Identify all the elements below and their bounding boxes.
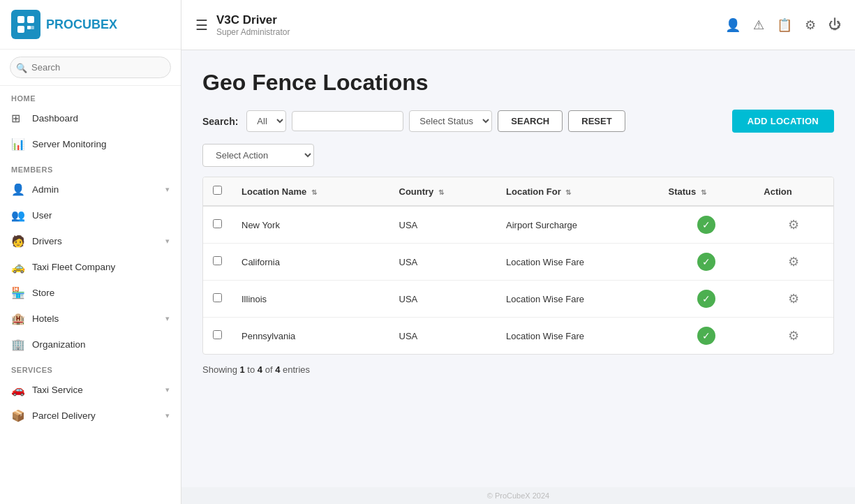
add-location-button[interactable]: ADD LOCATION: [732, 110, 834, 133]
content-area: Geo Fence Locations Search: All Select S…: [181, 50, 855, 487]
locations-table: Location Name ⇅ Country ⇅ Location For ⇅: [203, 177, 833, 354]
row-location-for: Airport Surcharge: [496, 206, 658, 244]
row-checkbox[interactable]: [213, 219, 222, 228]
table-row: New York USA Airport Surcharge ✓ ⚙: [203, 206, 833, 244]
sidebar-item-organization[interactable]: 🏢 Organization: [0, 332, 181, 357]
sidebar-item-label: Drivers: [32, 236, 158, 246]
row-status: ✓: [659, 206, 754, 244]
user-icon: 👥: [11, 209, 25, 222]
topbar-subtitle: Super Administrator: [216, 27, 717, 37]
search-button[interactable]: SEARCH: [498, 110, 563, 132]
sidebar-item-dashboard[interactable]: ⊞ Dashboard: [0, 105, 181, 131]
store-icon: 🏪: [11, 286, 25, 299]
sidebar-item-taxi-service[interactable]: 🚗 Taxi Service ▾: [0, 377, 181, 403]
showing-text: Showing 1 to 4 of 4 entries: [202, 364, 834, 375]
table-header-row: Location Name ⇅ Country ⇅ Location For ⇅: [203, 177, 833, 206]
copyright-text: © ProCubeX 2024: [181, 487, 855, 504]
header-country[interactable]: Country ⇅: [389, 177, 497, 206]
row-checkbox-cell: [203, 244, 232, 281]
taxi-fleet-icon: 🚕: [11, 260, 25, 274]
sidebar-item-label: Server Monitoring: [32, 139, 170, 149]
status-active-icon[interactable]: ✓: [697, 290, 715, 308]
status-active-icon[interactable]: ✓: [697, 253, 715, 271]
select-all-checkbox[interactable]: [213, 186, 222, 195]
sidebar-item-label: Organization: [32, 339, 170, 350]
chevron-down-icon: ▾: [165, 237, 170, 246]
row-action: ⚙: [754, 318, 833, 355]
sidebar-item-label: Taxi Fleet Company: [32, 262, 170, 272]
logo-text: PROCUBEX: [46, 17, 117, 32]
row-country: USA: [389, 318, 497, 355]
search-icon: 🔍: [16, 62, 27, 73]
topbar: ☰ V3C Driver Super Administrator 👤 ⚠ 📋 ⚙…: [181, 0, 855, 50]
sidebar-item-label: Hotels: [32, 313, 158, 324]
sidebar-item-label: Admin: [32, 184, 158, 195]
drivers-icon: 🧑: [11, 235, 25, 248]
row-checkbox[interactable]: [213, 330, 222, 339]
sidebar-item-drivers[interactable]: 🧑 Drivers ▾: [0, 228, 181, 254]
clipboard-icon[interactable]: 📋: [777, 17, 792, 33]
hotels-icon: 🏨: [11, 312, 25, 325]
chevron-down-icon: ▾: [165, 385, 170, 394]
header-location-for[interactable]: Location For ⇅: [496, 177, 658, 206]
row-checkbox[interactable]: [213, 256, 222, 265]
search-label: Search:: [202, 116, 238, 127]
parcel-delivery-icon: 📦: [11, 409, 25, 422]
sort-icon: ⇅: [311, 188, 317, 196]
action-gear-button[interactable]: ⚙: [788, 328, 799, 343]
chevron-down-icon: ▾: [165, 185, 170, 194]
locations-table-wrapper: Location Name ⇅ Country ⇅ Location For ⇅: [202, 177, 834, 355]
user-profile-icon[interactable]: 👤: [725, 17, 741, 33]
monitoring-icon: 📊: [11, 138, 25, 151]
topbar-icons: 👤 ⚠ 📋 ⚙ ⏻: [725, 17, 841, 33]
action-select[interactable]: Select Action: [202, 144, 314, 167]
page-title: Geo Fence Locations: [202, 70, 834, 96]
header-status[interactable]: Status ⇅: [659, 177, 754, 206]
row-country: USA: [389, 281, 497, 318]
topbar-info: V3C Driver Super Administrator: [216, 13, 717, 37]
action-gear-button[interactable]: ⚙: [788, 291, 799, 306]
sidebar-item-store[interactable]: 🏪 Store: [0, 280, 181, 306]
search-bar: Search: All Select Status SEARCH RESET A…: [202, 110, 834, 133]
logo-icon: [11, 10, 40, 39]
search-input[interactable]: [10, 57, 171, 78]
section-services-title: SERVICES: [0, 357, 181, 377]
row-status: ✓: [659, 244, 754, 281]
row-action: ⚙: [754, 281, 833, 318]
search-all-select[interactable]: All: [246, 110, 286, 132]
row-location-name: New York: [232, 206, 389, 244]
status-active-icon[interactable]: ✓: [697, 327, 715, 345]
power-icon[interactable]: ⏻: [828, 17, 841, 32]
row-location-name: California: [232, 244, 389, 281]
settings-icon[interactable]: ⚙: [805, 17, 816, 33]
action-gear-button[interactable]: ⚙: [788, 217, 799, 232]
row-status: ✓: [659, 281, 754, 318]
sidebar-search-section: 🔍: [0, 50, 181, 86]
sidebar-item-hotels[interactable]: 🏨 Hotels ▾: [0, 306, 181, 332]
section-home-title: HOME: [0, 86, 181, 105]
search-text-input[interactable]: [292, 111, 403, 131]
action-gear-button[interactable]: ⚙: [788, 254, 799, 269]
svg-rect-2: [17, 26, 24, 33]
reset-button[interactable]: RESET: [568, 110, 625, 132]
sidebar-item-admin[interactable]: 👤 Admin ▾: [0, 177, 181, 202]
dashboard-icon: ⊞: [11, 112, 25, 125]
alert-icon[interactable]: ⚠: [753, 17, 764, 33]
status-select[interactable]: Select Status: [409, 110, 492, 132]
row-checkbox-cell: [203, 206, 232, 244]
topbar-title: V3C Driver: [216, 13, 717, 27]
row-checkbox[interactable]: [213, 293, 222, 302]
row-action: ⚙: [754, 206, 833, 244]
status-active-icon[interactable]: ✓: [697, 216, 715, 234]
menu-toggle-button[interactable]: ☰: [195, 17, 208, 34]
header-location-name[interactable]: Location Name ⇅: [232, 177, 389, 206]
sort-icon: ⇅: [701, 188, 706, 196]
sidebar-item-taxi-fleet[interactable]: 🚕 Taxi Fleet Company: [0, 254, 181, 280]
main-area: ☰ V3C Driver Super Administrator 👤 ⚠ 📋 ⚙…: [181, 0, 855, 504]
section-members-title: MEMBERS: [0, 157, 181, 177]
sidebar-item-server-monitoring[interactable]: 📊 Server Monitoring: [0, 131, 181, 157]
sidebar-item-user[interactable]: 👥 User: [0, 202, 181, 228]
action-select-wrapper: Select Action: [202, 144, 834, 167]
sidebar-item-parcel-delivery[interactable]: 📦 Parcel Delivery ▾: [0, 403, 181, 429]
table-row: California USA Location Wise Fare ✓ ⚙: [203, 244, 833, 281]
